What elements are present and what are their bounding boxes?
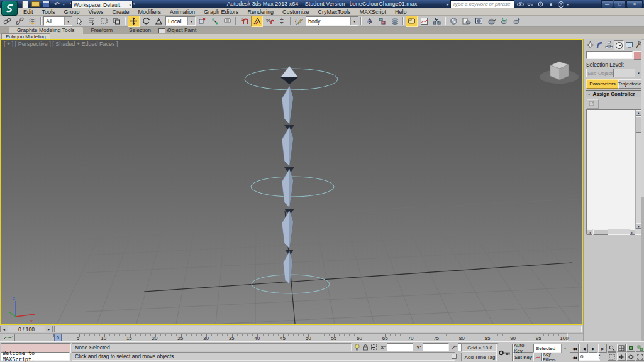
set-key-button[interactable]: Set Key bbox=[513, 353, 533, 361]
manage-layers-icon[interactable] bbox=[389, 16, 401, 27]
object-name-field[interactable] bbox=[586, 51, 633, 59]
menu-item-7[interactable]: Graph Editors bbox=[199, 9, 243, 15]
motion-tab-icon[interactable] bbox=[614, 40, 624, 50]
menu-item-8[interactable]: Rendering bbox=[243, 9, 279, 15]
select-and-scale-icon[interactable] bbox=[153, 16, 165, 27]
next-frame-icon[interactable]: ▶ bbox=[598, 344, 607, 353]
panel-scroll-thumb[interactable] bbox=[641, 40, 644, 197]
create-tab-icon[interactable] bbox=[586, 40, 594, 49]
graphite-ribbon-toggle-icon[interactable] bbox=[406, 16, 418, 27]
menu-item-3[interactable]: Views bbox=[84, 9, 108, 15]
menu-item-10[interactable]: CryMaxTools bbox=[314, 9, 355, 15]
align-icon[interactable] bbox=[376, 16, 388, 27]
time-slider-handle[interactable]: ◄ 0 / 100 ► bbox=[0, 326, 53, 332]
trajectories-button[interactable]: Trajectories bbox=[618, 79, 643, 89]
help-icon[interactable]: ? bbox=[557, 1, 565, 8]
coordinate-system-dropdown[interactable]: Local ▾ bbox=[165, 16, 196, 26]
spinner-down-icon[interactable]: ▼ bbox=[598, 356, 602, 359]
bind-to-space-warp-icon[interactable] bbox=[26, 16, 38, 27]
isolate-selection-icon[interactable] bbox=[450, 353, 458, 360]
edit-named-sets-icon[interactable]: { bbox=[293, 16, 305, 27]
viewport-label[interactable]: [ + ] [ Perspective ] [ Shaded + Edged F… bbox=[4, 41, 118, 47]
hscroll-thumb[interactable] bbox=[593, 229, 608, 235]
ribbon-tab-freeform[interactable]: Freeform bbox=[83, 27, 121, 34]
controller-list[interactable]: ▲ ▼ ◄ ► bbox=[586, 109, 641, 235]
named-sets-dropdown[interactable]: body ▾ bbox=[306, 16, 358, 26]
viewport[interactable]: [ + ] [ Perspective ] [ Shaded + Edged F… bbox=[0, 39, 583, 325]
window-crossing-icon[interactable] bbox=[111, 16, 123, 27]
zoom-icon[interactable] bbox=[608, 344, 616, 352]
unlink-selection-icon[interactable] bbox=[14, 16, 26, 27]
sub-object-dropdown[interactable]: ▾ bbox=[614, 69, 643, 77]
search-binoculars-icon[interactable] bbox=[516, 1, 525, 8]
favorites-icon[interactable]: ★ bbox=[547, 1, 555, 8]
ribbon-minimize-control[interactable]: ▾ bbox=[158, 28, 170, 33]
controller-list-hscrollbar[interactable]: ◄ ► bbox=[587, 229, 641, 234]
absolute-offset-toggle-icon[interactable] bbox=[370, 344, 377, 351]
display-tab-icon[interactable] bbox=[625, 40, 633, 49]
assign-controller-rollout[interactable]: - Assign Controller bbox=[586, 90, 642, 97]
render-production-icon[interactable] bbox=[486, 16, 497, 27]
angle-snap-icon[interactable] bbox=[251, 16, 263, 27]
infocenter-collapse-icon[interactable]: ▸ bbox=[447, 2, 449, 7]
menu-item-6[interactable]: Animation bbox=[165, 9, 199, 15]
save-file-icon[interactable] bbox=[42, 1, 51, 8]
selection-lock-icon[interactable] bbox=[362, 344, 369, 351]
application-menu-button[interactable] bbox=[1, 1, 18, 16]
pan-view-icon[interactable] bbox=[617, 353, 626, 361]
previous-frame-icon[interactable]: ◀ bbox=[579, 344, 588, 353]
close-button[interactable]: × bbox=[626, 0, 643, 8]
material-editor-icon[interactable] bbox=[448, 16, 460, 27]
maximize-viewport-toggle-icon[interactable] bbox=[636, 353, 644, 361]
maxscript-mini-listener-output[interactable]: Welcome to MAXScript. bbox=[1, 352, 70, 361]
bone-end-diamond-base[interactable] bbox=[280, 77, 298, 84]
menu-item-9[interactable]: Customize bbox=[278, 9, 314, 15]
set-keys-button[interactable] bbox=[496, 344, 513, 361]
zoom-extents-icon[interactable] bbox=[626, 344, 635, 352]
select-by-name-icon[interactable] bbox=[86, 16, 97, 27]
viewport-canvas[interactable]: z x bbox=[1, 40, 582, 324]
activeshade-icon[interactable] bbox=[511, 16, 523, 27]
render-setup-icon[interactable] bbox=[460, 16, 472, 27]
snaps-toggle-icon[interactable]: 3 bbox=[238, 16, 250, 27]
previous-frame-arrow-icon[interactable]: ◄ bbox=[1, 326, 8, 332]
use-pivot-point-icon[interactable] bbox=[196, 16, 208, 27]
spinner-snap-icon[interactable] bbox=[276, 16, 288, 27]
key-mode-toggle-icon[interactable]: ◀◀ bbox=[570, 353, 579, 361]
render-iterative-icon[interactable] bbox=[498, 16, 510, 27]
assign-controller-button[interactable] bbox=[587, 99, 599, 109]
bone-end-diamond[interactable] bbox=[280, 66, 298, 77]
undo-icon[interactable]: ↶ bbox=[52, 1, 62, 8]
new-scene-icon[interactable] bbox=[20, 1, 30, 8]
percent-snap-icon[interactable]: % bbox=[264, 16, 275, 27]
select-object-icon[interactable] bbox=[73, 16, 85, 27]
current-frame-field[interactable]: 0 bbox=[579, 353, 600, 361]
menu-item-4[interactable]: Create bbox=[108, 9, 133, 15]
parameters-button[interactable]: Parameters bbox=[586, 79, 619, 89]
select-and-move-icon[interactable] bbox=[128, 16, 140, 27]
menu-item-11[interactable]: MAXScript bbox=[355, 9, 391, 15]
time-slider-track[interactable] bbox=[54, 326, 582, 332]
auto-key-button[interactable]: Auto Key bbox=[513, 344, 533, 353]
menu-item-12[interactable]: Help bbox=[391, 9, 411, 15]
keyboard-override-icon[interactable] bbox=[221, 16, 233, 27]
menu-item-0[interactable]: Edit bbox=[19, 9, 38, 15]
menu-item-1[interactable]: Tools bbox=[38, 9, 60, 15]
open-file-icon[interactable] bbox=[31, 1, 40, 8]
key-filters-button[interactable]: Key Filters... bbox=[542, 353, 569, 361]
zoom-all-icon[interactable] bbox=[617, 344, 626, 352]
y-coordinate-field[interactable] bbox=[423, 343, 449, 351]
scroll-right-icon[interactable]: ► bbox=[630, 229, 635, 235]
bone-chain[interactable] bbox=[280, 66, 298, 284]
next-frame-arrow-icon[interactable]: ► bbox=[45, 326, 52, 332]
help-dropdown-icon[interactable]: ▾ bbox=[567, 3, 569, 6]
rectangular-selection-icon[interactable] bbox=[98, 16, 110, 27]
qat-overflow-icon[interactable]: ▾ bbox=[133, 2, 135, 6]
scroll-left-icon[interactable]: ◄ bbox=[587, 229, 592, 235]
add-time-tag-button[interactable]: Add Time Tag bbox=[461, 353, 499, 361]
hierarchy-tab-icon[interactable] bbox=[604, 40, 613, 49]
adaptive-degradation-icon[interactable] bbox=[353, 344, 361, 351]
viewcube[interactable] bbox=[540, 62, 579, 84]
sub-object-button[interactable]: Sub-Object bbox=[586, 69, 614, 77]
x-coordinate-field[interactable] bbox=[387, 343, 413, 351]
